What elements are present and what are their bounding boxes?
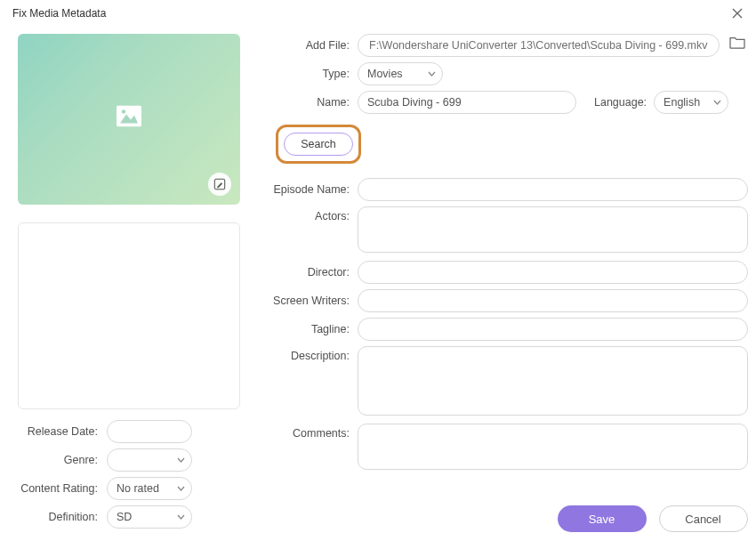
comments-label: Comments: <box>272 424 358 440</box>
director-input[interactable] <box>358 261 748 284</box>
language-select[interactable] <box>654 91 728 114</box>
episode-name-label: Episode Name: <box>272 183 358 196</box>
name-label: Name: <box>272 96 358 109</box>
close-icon[interactable] <box>731 7 744 20</box>
poster-preview <box>18 34 240 205</box>
window-title: Fix Media Metadata <box>12 7 106 20</box>
genre-select[interactable] <box>107 448 192 472</box>
episode-name-input[interactable] <box>358 178 748 201</box>
edit-poster-button[interactable] <box>208 173 231 196</box>
search-button[interactable]: Search <box>284 133 353 156</box>
cancel-button[interactable]: Cancel <box>659 505 748 532</box>
secondary-preview-panel <box>18 222 240 409</box>
director-label: Director: <box>272 266 358 279</box>
save-button[interactable]: Save <box>558 505 647 532</box>
image-placeholder-icon <box>117 105 141 126</box>
svg-rect-0 <box>117 105 141 126</box>
name-input[interactable] <box>358 91 576 114</box>
type-label: Type: <box>272 68 358 80</box>
release-date-input[interactable] <box>107 420 192 443</box>
description-label: Description: <box>272 346 358 362</box>
tagline-input[interactable] <box>358 318 748 341</box>
definition-label: Definition: <box>18 511 107 523</box>
actors-label: Actors: <box>272 206 358 222</box>
svg-point-2 <box>122 109 125 113</box>
folder-icon[interactable] <box>728 36 748 55</box>
definition-select[interactable] <box>107 505 192 529</box>
file-path-display: F:\Wondershare UniConverter 13\Converted… <box>358 34 720 57</box>
content-rating-label: Content Rating: <box>18 482 107 495</box>
screen-writers-label: Screen Writers: <box>272 295 358 307</box>
add-file-label: Add File: <box>272 39 358 52</box>
language-label: Language: <box>594 96 647 109</box>
content-rating-select[interactable] <box>107 477 192 500</box>
type-select[interactable] <box>358 62 443 85</box>
tagline-label: Tagline: <box>272 323 358 335</box>
release-date-label: Release Date: <box>18 425 107 438</box>
description-input[interactable] <box>358 346 748 416</box>
screen-writers-input[interactable] <box>358 289 748 312</box>
genre-label: Genre: <box>18 454 107 466</box>
actors-input[interactable] <box>358 206 748 253</box>
comments-input[interactable] <box>358 424 748 470</box>
search-highlight-box: Search <box>276 125 361 164</box>
